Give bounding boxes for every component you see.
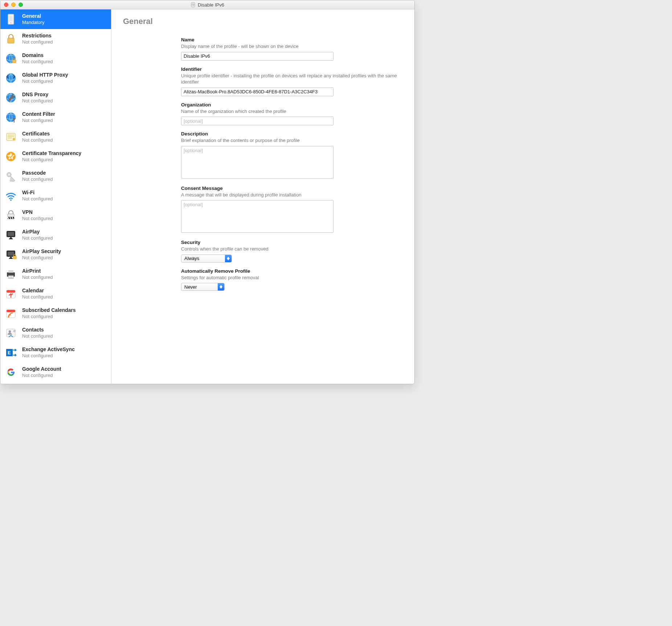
field-consent: Consent Message A message that will be d… xyxy=(181,186,399,234)
auto-remove-select[interactable]: Never xyxy=(181,283,225,291)
sidebar-item-status: Not configured xyxy=(22,137,53,143)
exchange-activesync-icon xyxy=(4,346,18,359)
window-title: Disable IPv6 xyxy=(198,2,224,8)
name-label: Name xyxy=(181,37,399,42)
window-body: GeneralMandatoryRestrictionsNot configur… xyxy=(0,9,414,384)
general-icon xyxy=(4,12,18,26)
sidebar-item-status: Not configured xyxy=(22,373,61,379)
consent-desc: A message that will be displayed during … xyxy=(181,192,399,198)
consent-label: Consent Message xyxy=(181,186,399,191)
security-label: Security xyxy=(181,240,399,245)
sidebar-item-label: Certificate Transparency xyxy=(22,150,81,156)
sidebar[interactable]: GeneralMandatoryRestrictionsNot configur… xyxy=(0,9,111,384)
auto-remove-select-value: Never xyxy=(181,283,218,290)
sidebar-item-label: AirPlay Security xyxy=(22,248,61,255)
sidebar-item-label: AirPlay xyxy=(22,228,53,235)
sidebar-item-label: Restrictions xyxy=(22,32,53,39)
certificates-icon xyxy=(4,130,18,144)
sidebar-item-certificates[interactable]: CertificatesNot configured xyxy=(0,127,111,147)
sidebar-item-label: VPN xyxy=(22,209,53,215)
identifier-input[interactable] xyxy=(181,88,333,96)
field-organization: Organization Name of the organization wh… xyxy=(181,102,399,126)
contacts-icon xyxy=(4,326,18,340)
sidebar-item-passcode[interactable]: PasscodeNot configured xyxy=(0,166,111,186)
svg-rect-0 xyxy=(191,3,195,7)
main-panel: General Name Display name of the profile… xyxy=(111,9,414,384)
traffic-lights xyxy=(0,3,23,7)
sidebar-item-dns-proxy[interactable]: DNS ProxyNot configured xyxy=(0,88,111,107)
domains-icon xyxy=(4,52,18,65)
organization-input[interactable] xyxy=(181,117,333,125)
sidebar-item-status: Not configured xyxy=(22,196,53,202)
page-title: General xyxy=(123,17,403,26)
sidebar-item-status: Not configured xyxy=(22,294,53,300)
sidebar-item-airplay[interactable]: AirPlayNot configured xyxy=(0,225,111,245)
general-form: Name Display name of the profile - will … xyxy=(181,37,399,291)
airplay-security-icon xyxy=(4,248,18,261)
zoom-button[interactable] xyxy=(19,3,23,7)
sidebar-item-status: Not configured xyxy=(22,78,68,85)
passcode-icon xyxy=(4,169,18,183)
field-auto-remove: Automatically Remove Profile Settings fo… xyxy=(181,268,399,291)
sidebar-item-general[interactable]: GeneralMandatory xyxy=(0,9,111,29)
sidebar-item-label: DNS Proxy xyxy=(22,91,53,98)
name-desc: Display name of the profile - will be sh… xyxy=(181,43,399,50)
sidebar-item-airprint[interactable]: AirPrintNot configured xyxy=(0,264,111,284)
close-button[interactable] xyxy=(4,3,8,7)
description-label: Description xyxy=(181,131,399,137)
sidebar-item-vpn[interactable]: VPNNot configured xyxy=(0,206,111,225)
sidebar-item-subscribed-calendars[interactable]: Subscribed CalendarsNot configured xyxy=(0,304,111,323)
description-textarea[interactable] xyxy=(181,146,333,179)
sidebar-item-status: Not configured xyxy=(22,118,55,124)
sidebar-item-status: Not configured xyxy=(22,275,53,281)
security-select[interactable]: Always xyxy=(181,255,232,263)
sidebar-item-label: Content Filter xyxy=(22,111,55,117)
profile-document-icon xyxy=(190,2,196,7)
identifier-label: Identifier xyxy=(181,66,399,72)
sidebar-item-label: Subscribed Calendars xyxy=(22,307,76,313)
sidebar-item-status: Not configured xyxy=(22,333,53,340)
security-select-value: Always xyxy=(181,255,225,262)
field-description: Description Brief explanation of the con… xyxy=(181,131,399,180)
sidebar-item-calendar[interactable]: CalendarNot configured xyxy=(0,284,111,304)
chevrons-icon xyxy=(218,283,224,290)
sidebar-item-label: Certificates xyxy=(22,130,53,137)
titlebar-title-area: Disable IPv6 xyxy=(0,2,414,8)
security-desc: Controls when the profile can be removed xyxy=(181,246,399,252)
sidebar-item-label: General xyxy=(22,13,44,19)
name-input[interactable] xyxy=(181,52,333,61)
sidebar-item-status: Mandatory xyxy=(22,20,44,26)
sidebar-item-http-proxy[interactable]: Global HTTP ProxyNot configured xyxy=(0,68,111,88)
sidebar-item-contacts[interactable]: ContactsNot configured xyxy=(0,323,111,343)
sidebar-item-restrictions[interactable]: RestrictionsNot configured xyxy=(0,29,111,49)
organization-label: Organization xyxy=(181,102,399,107)
sidebar-item-airplay-security[interactable]: AirPlay SecurityNot configured xyxy=(0,245,111,264)
sidebar-item-status: Not configured xyxy=(22,39,53,45)
sidebar-item-domains[interactable]: DomainsNot configured xyxy=(0,49,111,68)
svg-point-1 xyxy=(192,4,194,6)
restrictions-icon xyxy=(4,32,18,46)
minimize-button[interactable] xyxy=(11,3,16,7)
sidebar-item-cert-transparency[interactable]: Certificate TransparencyNot configured xyxy=(0,147,111,166)
sidebar-item-status: Not configured xyxy=(22,176,53,183)
sidebar-item-content-filter[interactable]: Content FilterNot configured xyxy=(0,107,111,127)
sidebar-item-google-account[interactable]: Google AccountNot configured xyxy=(0,362,111,382)
sidebar-item-status: Not configured xyxy=(22,235,53,241)
airplay-icon xyxy=(4,228,18,242)
sidebar-item-label: Global HTTP Proxy xyxy=(22,72,68,78)
sidebar-item-label: Domains xyxy=(22,52,53,58)
content-filter-icon xyxy=(4,110,18,124)
google-account-icon xyxy=(4,365,18,379)
description-desc: Brief explanation of the contents or pur… xyxy=(181,137,399,144)
field-name: Name Display name of the profile - will … xyxy=(181,37,399,61)
app-window: Disable IPv6 GeneralMandatoryRestriction… xyxy=(0,0,415,384)
sidebar-item-exchange-activesync[interactable]: Exchange ActiveSyncNot configured xyxy=(0,343,111,362)
consent-textarea[interactable] xyxy=(181,200,333,233)
dns-proxy-icon xyxy=(4,91,18,105)
sidebar-item-status: Not configured xyxy=(22,59,53,65)
cert-transparency-icon xyxy=(4,150,18,163)
calendar-icon xyxy=(4,287,18,301)
sidebar-item-label: Exchange ActiveSync xyxy=(22,346,75,353)
sidebar-item-wifi[interactable]: Wi-FiNot configured xyxy=(0,186,111,206)
field-security: Security Controls when the profile can b… xyxy=(181,240,399,263)
